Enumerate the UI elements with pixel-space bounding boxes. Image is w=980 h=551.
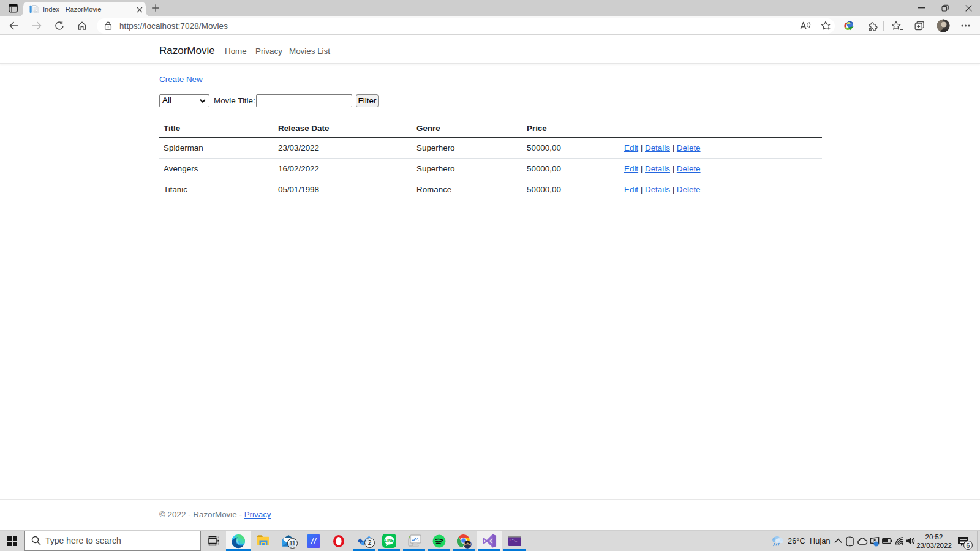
svg-text:C:\_: C:\_	[510, 539, 518, 542]
svg-text:LINE: LINE	[385, 538, 394, 542]
